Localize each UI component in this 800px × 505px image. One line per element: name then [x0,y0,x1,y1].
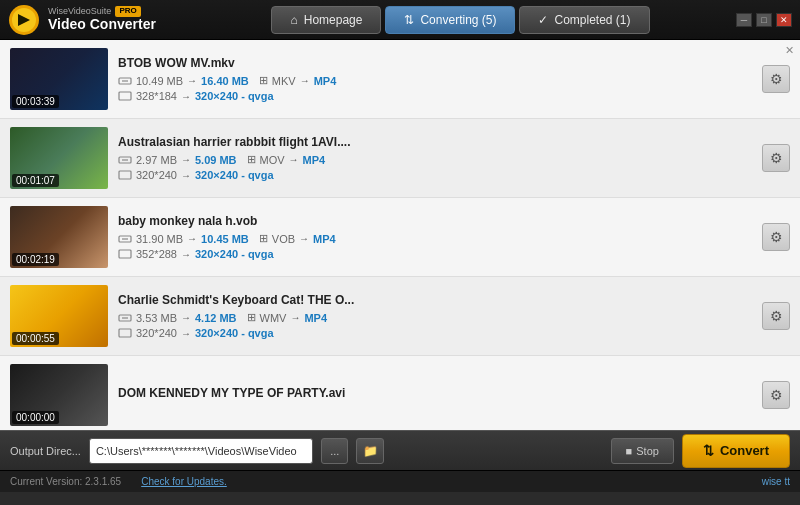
browse-button[interactable]: ... [321,438,348,464]
app-logo-icon [8,4,40,36]
svg-rect-4 [119,92,131,100]
res-arrow: → [181,249,191,260]
tab-completed[interactable]: ✓ Completed (1) [519,6,649,34]
res-arrow: → [181,91,191,102]
item-settings-button[interactable]: ⚙ [762,144,790,172]
video-info: Australasian harrier rabbbit flight 1AVI… [118,135,752,181]
app-name-bottom: Video Converter [48,17,156,32]
convert-icon: ⇅ [404,13,414,27]
video-duration: 00:01:07 [12,174,59,187]
format-from: WMV [260,312,287,324]
tab-converting-label: Converting (5) [420,13,496,27]
video-meta-res: 320*240 → 320×240 - qvga [118,327,752,339]
video-title: BTOB WOW MV.mkv [118,56,752,70]
video-meta-res: 352*288 → 320×240 - qvga [118,248,752,260]
panel-close-icon[interactable]: ✕ [785,44,794,57]
size-icon [118,313,132,323]
format-arrow: → [289,154,299,165]
nav-tabs: ⌂ Homepage ⇅ Converting (5) ✓ Completed … [193,6,728,34]
tab-homepage[interactable]: ⌂ Homepage [271,6,381,34]
item-settings-button[interactable]: ⚙ [762,302,790,330]
res-from: 320*240 [136,169,177,181]
res-arrow: → [181,170,191,181]
video-thumbnail: 00:00:00 [10,364,108,426]
check-updates-link[interactable]: Check for Updates. [141,476,227,487]
item-settings-button[interactable]: ⚙ [762,381,790,409]
item-settings-button[interactable]: ⚙ [762,223,790,251]
video-thumbnail: 00:00:55 [10,285,108,347]
size-to: 5.09 MB [195,154,237,166]
main-content: ✕ 00:03:39 BTOB WOW MV.mkv 10.49 MB → 16… [0,40,800,430]
format-from: MKV [272,75,296,87]
convert-arrows-icon: ⇅ [703,443,714,458]
video-meta-res: 328*184 → 320×240 - qvga [118,90,752,102]
res-arrow: → [181,328,191,339]
stop-button[interactable]: ■ Stop [611,438,674,464]
size-from: 10.49 MB [136,75,183,87]
size-icon [118,234,132,244]
arrow-icon: → [187,233,197,244]
video-item: 00:00:00 DOM KENNEDY MY TYPE OF PARTY.av… [0,356,800,430]
format-to: MP4 [314,75,337,87]
format-separator: ⊞ [259,232,268,245]
video-info: baby monkey nala h.vob 31.90 MB → 10.45 … [118,214,752,260]
minimize-button[interactable]: ─ [736,13,752,27]
tab-converting[interactable]: ⇅ Converting (5) [385,6,515,34]
format-to: MP4 [313,233,336,245]
svg-rect-7 [119,171,131,179]
res-to: 320×240 - qvga [195,248,274,260]
maximize-button[interactable]: □ [756,13,772,27]
res-to: 320×240 - qvga [195,90,274,102]
size-to: 10.45 MB [201,233,249,245]
format-arrow: → [299,233,309,244]
stop-label: Stop [636,445,659,457]
res-from: 352*288 [136,248,177,260]
wise-link[interactable]: wise tt [762,476,790,487]
format-separator: ⊞ [259,74,268,87]
arrow-icon: → [181,312,191,323]
logo-text: WiseVideoSuite PRO Video Converter [48,6,156,32]
video-title: Australasian harrier rabbbit flight 1AVI… [118,135,752,149]
window-controls: ─ □ ✕ [736,13,792,27]
video-item: 00:01:07 Australasian harrier rabbbit fl… [0,119,800,198]
convert-button[interactable]: ⇅ Convert [682,434,790,468]
output-dir-label: Output Direc... [10,445,81,457]
res-icon [118,328,132,338]
video-item: 00:02:19 baby monkey nala h.vob 31.90 MB… [0,198,800,277]
arrow-icon: → [181,154,191,165]
format-to: MP4 [303,154,326,166]
item-settings-button[interactable]: ⚙ [762,65,790,93]
format-separator: ⊞ [247,311,256,324]
tab-homepage-label: Homepage [304,13,363,27]
video-title: DOM KENNEDY MY TYPE OF PARTY.avi [118,386,752,400]
tab-completed-label: Completed (1) [554,13,630,27]
video-duration: 00:03:39 [12,95,59,108]
res-from: 320*240 [136,327,177,339]
video-meta-size: 2.97 MB → 5.09 MB ⊞ MOV → MP4 [118,153,752,166]
res-icon [118,170,132,180]
res-from: 328*184 [136,90,177,102]
format-from: MOV [260,154,285,166]
logo-area: WiseVideoSuite PRO Video Converter [8,4,193,36]
format-arrow: → [290,312,300,323]
video-meta-res: 320*240 → 320×240 - qvga [118,169,752,181]
video-thumbnail: 00:01:07 [10,127,108,189]
video-thumbnail: 00:03:39 [10,48,108,110]
video-info: DOM KENNEDY MY TYPE OF PARTY.avi [118,386,752,404]
close-button[interactable]: ✕ [776,13,792,27]
arrow-icon: → [187,75,197,86]
video-duration: 00:00:00 [12,411,59,424]
status-bar: Current Version: 2.3.1.65 Check for Upda… [0,470,800,492]
video-duration: 00:00:55 [12,332,59,345]
bottom-bar: Output Direc... ... 📁 ■ Stop ⇅ Convert [0,430,800,470]
open-folder-button[interactable]: 📁 [356,438,384,464]
output-path-input[interactable] [89,438,313,464]
size-from: 3.53 MB [136,312,177,324]
folder-icon: 📁 [363,444,378,458]
check-icon: ✓ [538,13,548,27]
video-info: BTOB WOW MV.mkv 10.49 MB → 16.40 MB ⊞ MK… [118,56,752,102]
video-title: Charlie Schmidt's Keyboard Cat! THE O... [118,293,752,307]
size-icon [118,76,132,86]
video-item: 00:03:39 BTOB WOW MV.mkv 10.49 MB → 16.4… [0,40,800,119]
video-meta-size: 10.49 MB → 16.40 MB ⊞ MKV → MP4 [118,74,752,87]
